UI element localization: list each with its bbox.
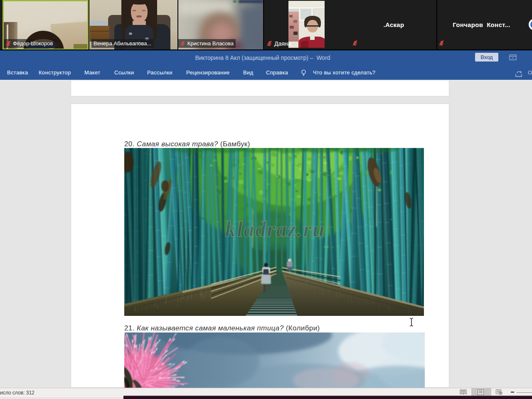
svg-text:kladraz.ru: kladraz.ru xyxy=(225,217,325,241)
